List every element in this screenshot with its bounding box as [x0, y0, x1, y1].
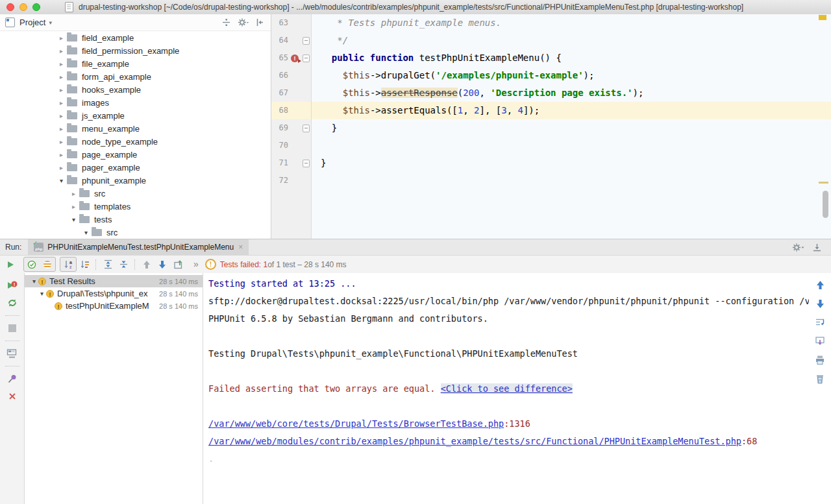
tree-item-node_type_example[interactable]: ▸node_type_example [0, 135, 271, 148]
line-number: 65 [271, 49, 288, 67]
sort-by-duration-button[interactable] [77, 258, 92, 271]
folder-icon [67, 34, 77, 42]
tree-item-hooks_example[interactable]: ▸hooks_example [0, 83, 271, 96]
chevron-right-icon[interactable]: ▸ [57, 112, 66, 119]
failure-message: Failed asserting that two arrays are equ… [208, 383, 441, 394]
tree-item-form_api_example[interactable]: ▸form_api_example [0, 70, 271, 83]
expand-all-button[interactable] [100, 258, 116, 271]
chevron-right-icon[interactable]: ▸ [57, 73, 66, 80]
chevron-right-icon[interactable]: ▸ [57, 138, 66, 145]
chevron-right-icon[interactable]: ▸ [69, 190, 78, 197]
see-difference-link[interactable]: <Click to see difference> [441, 383, 573, 394]
code-line-70: 70 [271, 137, 831, 154]
chevron-down-icon[interactable]: ▾ [69, 216, 78, 223]
chevron-right-icon[interactable]: ▸ [57, 60, 66, 67]
code-text: ( [458, 88, 463, 98]
tree-item-menu_example[interactable]: ▸menu_example [0, 122, 271, 135]
scroll-from-source-icon[interactable] [221, 18, 231, 27]
close-run-panel-button[interactable] [5, 389, 19, 403]
folder-icon [67, 177, 77, 184]
next-failed-test-button[interactable] [155, 258, 170, 271]
chevron-right-icon[interactable]: ▸ [57, 47, 66, 54]
error-stripe-mark[interactable] [819, 182, 828, 184]
rerun-failed-tests-button[interactable]: ! [5, 278, 19, 293]
tree-item-src[interactable]: ▸src [0, 187, 271, 200]
rerun-button[interactable] [3, 258, 18, 271]
inspection-status-icon[interactable] [819, 15, 826, 20]
line-number: 68 [271, 102, 288, 119]
chevron-right-icon[interactable]: ▸ [57, 125, 66, 132]
tree-item-field_example[interactable]: ▸field_example [0, 31, 271, 44]
toolbar-overflow-icon[interactable]: » [193, 259, 199, 269]
chevron-down-icon[interactable]: ▾ [57, 177, 66, 184]
fold-marker-icon[interactable] [303, 125, 310, 132]
chevron-right-icon[interactable]: ▸ [69, 203, 78, 210]
tree-item-field_permission_example[interactable]: ▸field_permission_example [0, 44, 271, 57]
project-panel-title[interactable]: Project [19, 18, 45, 27]
restore-layout-button[interactable] [5, 346, 19, 361]
import-test-results-button[interactable] [170, 258, 186, 271]
test-node-root[interactable]: ▾ ! Test Results 28 s 140 ms [25, 275, 203, 287]
test-failed-badge-icon: ! [46, 290, 54, 298]
tree-item-pager_example[interactable]: ▸pager_example [0, 161, 271, 174]
chevron-down-icon[interactable]: ▾ [30, 278, 38, 285]
run-settings-gear-icon[interactable] [792, 243, 804, 252]
editor-scrollbar[interactable] [823, 191, 828, 218]
close-tab-icon[interactable]: × [238, 243, 243, 252]
show-ignored-button[interactable] [40, 258, 55, 271]
minimize-window-button[interactable] [19, 3, 27, 11]
tree-item-file_example[interactable]: ▸file_example [0, 57, 271, 70]
svg-text:z: z [69, 265, 72, 269]
code-line-65: 65! public function testPhpUnitExampleMe… [271, 49, 831, 67]
tree-item-tests-src[interactable]: ▾src [0, 226, 271, 239]
chevron-right-icon[interactable]: ▸ [57, 151, 66, 158]
tree-item-templates[interactable]: ▸templates [0, 200, 271, 213]
show-passed-button[interactable] [24, 258, 40, 271]
collapse-all-button[interactable] [116, 258, 131, 271]
sort-alphabetically-button[interactable]: az [60, 258, 76, 271]
tree-item-page_example[interactable]: ▸page_example [0, 148, 271, 161]
tree-item-label: tests [94, 215, 112, 224]
stop-button[interactable] [5, 321, 19, 335]
rerun-failed-test-gutter-icon[interactable]: ! [291, 54, 299, 62]
code-line-72: 72 [271, 172, 831, 189]
print-button[interactable] [813, 354, 826, 366]
test-node-method[interactable]: ! testPhpUnitExampleM 28 s 140 ms [25, 300, 203, 312]
pin-tab-button[interactable] [5, 372, 19, 386]
tree-item-js_example[interactable]: ▸js_example [0, 109, 271, 122]
line-number: 72 [271, 172, 288, 189]
project-settings-gear-icon[interactable] [238, 18, 249, 27]
down-stacktrace-button[interactable] [813, 297, 826, 310]
code-line-64: 64 */ [271, 32, 831, 49]
chevron-down-icon[interactable]: ▾ [38, 290, 46, 297]
chevron-right-icon[interactable]: ▸ [57, 99, 66, 106]
soft-wrap-button[interactable] [813, 316, 826, 329]
fold-marker-icon[interactable] [303, 37, 310, 45]
chevron-down-icon[interactable]: ▾ [82, 229, 90, 236]
tree-item-tests[interactable]: ▾tests [0, 213, 271, 226]
stack-frame-link[interactable]: /var/www/web/core/tests/Drupal/Tests/Bro… [208, 418, 504, 429]
rerun-test-session-button[interactable] [5, 296, 19, 310]
close-window-button[interactable] [6, 3, 14, 11]
chevron-right-icon[interactable]: ▸ [57, 86, 66, 93]
project-dropdown-icon[interactable]: ▾ [49, 19, 52, 26]
hide-project-panel-icon[interactable] [255, 18, 264, 27]
run-configuration-tab[interactable]: ✓ php PHPUnitExampleMenuTest.testPhpUnit… [28, 239, 249, 255]
test-node-class[interactable]: ▾ ! Drupal\Tests\phpunit_ex 28 s 140 ms [25, 287, 203, 300]
tree-item-images[interactable]: ▸images [0, 96, 271, 109]
chevron-right-icon[interactable]: ▸ [57, 34, 66, 42]
chevron-right-icon[interactable]: ▸ [57, 164, 66, 171]
fold-marker-icon[interactable] [303, 54, 310, 62]
ide-window: drupal-testing-workshop [~/Code/os/drupa… [0, 0, 831, 504]
test-console-output[interactable]: Testing started at 13:25 ... sftp://dock… [203, 273, 809, 504]
fold-marker-icon[interactable] [303, 160, 310, 167]
code-editor[interactable]: 63 * Tests phpunit_example menus. 64 */ … [271, 14, 831, 239]
stack-frame-link[interactable]: /var/www/web/modules/contrib/examples/ph… [208, 436, 741, 446]
tree-item-phpunit_example[interactable]: ▾phpunit_example [0, 174, 271, 187]
previous-failed-test-button[interactable] [139, 258, 155, 271]
up-stacktrace-button[interactable] [813, 278, 826, 291]
scroll-to-end-button[interactable] [813, 335, 826, 348]
clear-console-button[interactable] [813, 372, 826, 385]
hide-run-panel-icon[interactable] [812, 243, 822, 252]
zoom-window-button[interactable] [32, 3, 40, 11]
